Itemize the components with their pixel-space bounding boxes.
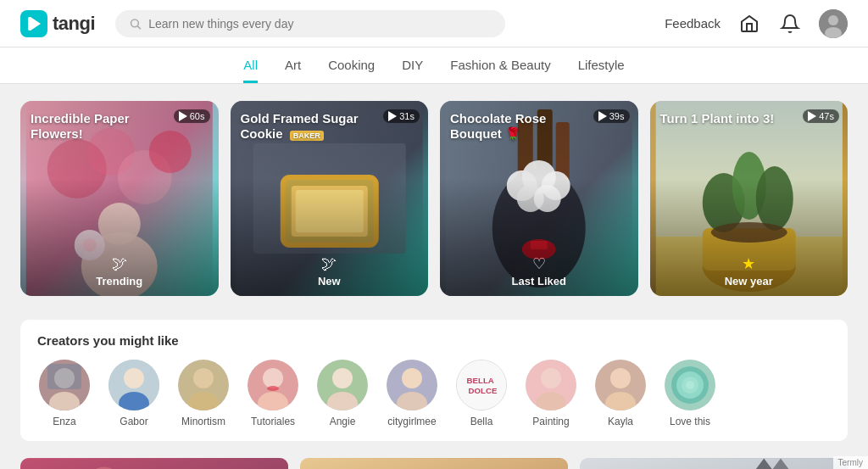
preview-card-1[interactable] xyxy=(20,458,288,469)
logo-text: tangi xyxy=(53,13,95,35)
creator-bella[interactable]: BELLA DOLCE Bella xyxy=(454,360,509,427)
creator-avatar-enza xyxy=(39,360,90,410)
video-card-last-liked[interactable]: Chocolate Rose Bouquet 🌹 39s ♡ Last Like… xyxy=(440,101,638,296)
video-card-new[interactable]: Gold Framed Sugar Cookie BAKER 31s 🕊 New xyxy=(231,101,429,296)
svg-point-67 xyxy=(541,368,561,388)
cards-row: Incredible Paper Flowers! 60s 🕊 Trending xyxy=(20,101,848,296)
card-label-trending: Trending xyxy=(96,275,142,288)
creator-name-gabor: Gabor xyxy=(120,416,147,427)
preview-card-3[interactable] xyxy=(580,458,848,469)
creator-angie[interactable]: Angie xyxy=(315,360,370,427)
svg-text:BELLA: BELLA xyxy=(467,376,494,385)
trending-icon: 🕊 xyxy=(112,255,127,273)
card-duration-3: 39s xyxy=(593,109,630,123)
creator-name-love-this: Love this xyxy=(670,416,710,427)
svg-text:DOLCE: DOLCE xyxy=(469,386,498,395)
header: tangi Feedback xyxy=(0,0,868,47)
new-icon: 🕊 xyxy=(321,255,337,273)
main-content: Incredible Paper Flowers! 60s 🕊 Trending xyxy=(0,84,868,469)
creator-avatar-painting xyxy=(526,360,576,410)
card-label-new: New xyxy=(318,275,341,288)
svg-point-61 xyxy=(402,368,422,388)
svg-rect-87 xyxy=(580,459,848,470)
creator-name-minortism: Minortism xyxy=(181,416,225,427)
svg-rect-46 xyxy=(47,364,81,389)
card-title-4: Turn 1 Plant into 3! xyxy=(660,111,775,126)
svg-rect-77 xyxy=(20,459,288,470)
star-year-icon: ★ xyxy=(742,254,755,273)
tab-cooking[interactable]: Cooking xyxy=(328,58,375,83)
notification-icon[interactable] xyxy=(778,12,802,36)
card-title-3: Chocolate Rose Bouquet 🌹 xyxy=(450,111,577,142)
home-icon[interactable] xyxy=(737,12,761,36)
tangi-logo-icon xyxy=(20,10,47,37)
tab-all[interactable]: All xyxy=(243,58,258,83)
svg-point-76 xyxy=(686,381,694,389)
creator-painting[interactable]: Painting xyxy=(524,360,578,427)
creator-avatar-love-this xyxy=(665,360,715,410)
creators-row: Enza Gabor xyxy=(37,360,831,427)
creator-avatar-minortism xyxy=(178,360,229,410)
svg-point-58 xyxy=(332,368,353,388)
creator-minortism[interactable]: Minortism xyxy=(176,360,231,427)
creator-enza[interactable]: Enza xyxy=(37,360,92,427)
search-input[interactable] xyxy=(148,17,492,31)
nav-tabs: All Art Cooking DIY Fashion & Beauty Lif… xyxy=(0,47,868,84)
creator-avatar-kayla xyxy=(595,360,646,410)
creator-name-angie: Angie xyxy=(330,416,356,427)
svg-point-56 xyxy=(267,386,279,391)
search-icon xyxy=(129,17,142,31)
logo-area[interactable]: tangi xyxy=(20,10,95,37)
tab-diy[interactable]: DIY xyxy=(402,58,423,83)
creators-section: Creators you might like Enza xyxy=(20,320,848,441)
card-footer-last-liked: ♡ Last Liked xyxy=(440,246,638,296)
svg-point-3 xyxy=(131,19,139,26)
creator-avatar-tutoriales xyxy=(248,360,298,410)
svg-point-70 xyxy=(610,368,631,388)
user-avatar[interactable] xyxy=(819,9,848,38)
creator-gabor[interactable]: Gabor xyxy=(107,360,161,427)
creator-name-kayla: Kayla xyxy=(608,416,633,427)
creator-name-tutoriales: Tutoriales xyxy=(251,416,295,427)
creator-name-bella: Bella xyxy=(470,416,493,427)
card-footer-new-year: ★ New year xyxy=(650,246,849,296)
tab-lifestyle[interactable]: Lifestyle xyxy=(578,58,625,83)
svg-point-54 xyxy=(263,368,283,388)
feedback-button[interactable]: Feedback xyxy=(665,16,721,31)
preview-card-2[interactable] xyxy=(300,458,568,469)
creator-tutoriales[interactable]: Tutoriales xyxy=(246,360,300,427)
creator-love-this[interactable]: Love this xyxy=(663,360,717,427)
svg-rect-82 xyxy=(300,459,568,470)
creator-kayla[interactable]: Kayla xyxy=(593,360,648,427)
creator-name-enza: Enza xyxy=(53,416,75,427)
termly-notice: Termly xyxy=(833,456,868,469)
card-footer-new: 🕊 New xyxy=(231,247,429,296)
card-duration-1: 60s xyxy=(174,109,210,123)
tab-fashion-beauty[interactable]: Fashion & Beauty xyxy=(450,58,550,83)
card-footer-trending: 🕊 Trending xyxy=(20,247,219,296)
creator-avatar-gabor xyxy=(108,360,159,410)
svg-point-6 xyxy=(828,15,838,25)
preview-row xyxy=(20,458,848,469)
creator-avatar-bella: BELLA DOLCE xyxy=(456,360,507,410)
card-duration-2: 31s xyxy=(383,109,420,123)
card-label-new-year: New year xyxy=(725,275,773,288)
creator-name-painting: Painting xyxy=(532,416,569,427)
video-card-trending[interactable]: Incredible Paper Flowers! 60s 🕊 Trending xyxy=(20,101,219,296)
creator-avatar-citygirlmee xyxy=(387,360,437,410)
svg-rect-2 xyxy=(28,17,31,31)
header-right: Feedback xyxy=(665,9,848,38)
svg-line-4 xyxy=(137,25,140,28)
svg-point-51 xyxy=(193,368,214,388)
heart-liked-icon: ♡ xyxy=(532,254,546,273)
search-bar[interactable] xyxy=(115,10,505,37)
creator-avatar-angie xyxy=(317,360,368,410)
creator-citygirlmee[interactable]: citygirlmee xyxy=(385,360,439,427)
svg-point-48 xyxy=(124,368,144,388)
tab-art[interactable]: Art xyxy=(285,58,301,83)
creators-title: Creators you might like xyxy=(37,333,831,348)
video-card-new-year[interactable]: Turn 1 Plant into 3! 47s ★ New year xyxy=(650,101,849,296)
card-label-last-liked: Last Liked xyxy=(512,275,566,288)
card-title-2: Gold Framed Sugar Cookie BAKER xyxy=(241,111,368,142)
creator-name-citygirlmee: citygirlmee xyxy=(387,416,436,427)
